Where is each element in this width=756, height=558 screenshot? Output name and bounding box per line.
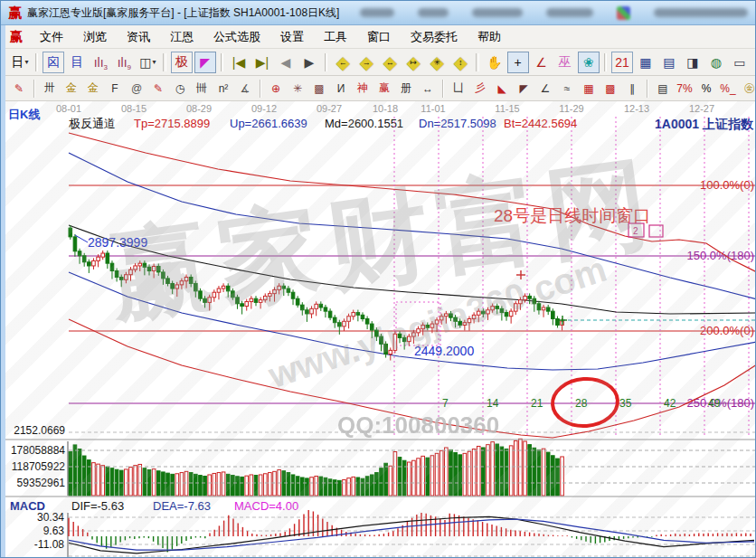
candle-style-icon[interactable]: ◫▾	[137, 52, 158, 73]
volume-bar	[454, 452, 458, 496]
draw-pen-icon[interactable]: ✎	[9, 79, 29, 98]
candle-body	[347, 317, 351, 322]
menu-item-0[interactable]: 文件	[30, 27, 73, 46]
candle-body	[426, 325, 430, 327]
ying-tool-icon[interactable]: 赢	[374, 79, 394, 98]
n-square-icon[interactable]: n²	[213, 79, 233, 98]
title-bar[interactable]: 赢 赢家江恩专业版[赢家服务平台] - [上证指数 SH1A0001-108日K…	[1, 1, 755, 25]
fan-box-icon[interactable]: ◣	[492, 79, 512, 98]
volume-profile-icon-glyph: ◤	[200, 55, 210, 70]
chart-area[interactable]: 日K线08-0108-1508-2909-1209-2710-1811-0111…	[1, 101, 755, 558]
smart-analysis-icon[interactable]: ❀	[578, 52, 600, 73]
menu-item-4[interactable]: 公式选股	[203, 27, 270, 46]
next-bar-icon-glyph: ▶	[305, 55, 315, 70]
menu-item-1[interactable]: 浏览	[73, 27, 117, 46]
kline-chart[interactable]: 日K线08-0108-1508-2909-1209-2710-1811-0111…	[1, 101, 756, 558]
menu-item-9[interactable]: 帮助	[468, 27, 511, 46]
stats-list-icon[interactable]: ▤	[653, 79, 673, 98]
grid-tool-icon-glyph: 卅	[44, 80, 55, 96]
save-icon[interactable]: ◨	[682, 52, 704, 73]
fan-lines-icon[interactable]: 彡	[470, 79, 490, 98]
web-export-icon[interactable]: ◍	[705, 52, 727, 73]
first-bar-icon[interactable]: |◀	[228, 52, 250, 73]
menu-item-6[interactable]: 工具	[314, 27, 357, 46]
parallel-lines-icon[interactable]: ∥	[622, 79, 642, 98]
last-bar-icon[interactable]: ▶|	[251, 52, 273, 73]
spider-web-icon[interactable]: ✳	[288, 79, 307, 98]
menu-item-2[interactable]: 资讯	[117, 27, 160, 46]
box-frame-icon[interactable]: 凵	[449, 79, 468, 98]
indicator-legend: Up=2661.6639	[230, 117, 307, 130]
volume-profile-icon[interactable]: ◤	[194, 52, 216, 73]
crosshair-tool-icon-glyph: +	[515, 55, 522, 70]
shift-right-icon[interactable]: ◆→	[355, 52, 377, 72]
candle-body	[393, 334, 397, 350]
volume-bar	[365, 477, 369, 496]
fit-vertical-icon[interactable]: ◆↕	[449, 52, 471, 72]
expand-bars-icon[interactable]: ◆↔	[379, 52, 401, 72]
width-measure-icon[interactable]: ↔	[418, 79, 438, 98]
percent-down-icon[interactable]: 7%	[675, 79, 695, 98]
prev-bar-icon[interactable]: ◀	[275, 52, 297, 73]
wave-count-icon[interactable]: И	[331, 79, 351, 98]
candle-body	[189, 277, 193, 283]
candle-body	[435, 320, 439, 324]
red-marker-icon[interactable]: ✎	[148, 79, 168, 98]
candle-body	[519, 300, 523, 304]
main-chart-icon[interactable]: 囟	[43, 52, 64, 73]
candle-body	[147, 267, 151, 270]
subscript: 3	[104, 63, 108, 71]
print-icon[interactable]: ▭	[729, 52, 751, 73]
period-day-selector[interactable]: 日▾	[9, 52, 31, 73]
web-box-icon[interactable]: ▩	[309, 79, 329, 98]
f-grid-icon[interactable]: F	[105, 79, 125, 98]
dense-grid-icon[interactable]: 卌	[192, 79, 212, 98]
crosshair-tool-icon[interactable]: +	[507, 52, 529, 73]
gold-grid2-icon[interactable]: 金	[83, 79, 103, 98]
calculator-icon[interactable]: ▦	[635, 52, 657, 73]
percent-line-icon[interactable]: %_	[718, 79, 738, 98]
toolbar-drawing: ✎卅金金F@✎◷卌n²∡⊕✳▩И神赢册↔凵彡◣◤∠≈▦▩∥▤7%%%_㊎金✐	[1, 76, 755, 101]
gate-grid-icon[interactable]: 册	[396, 79, 416, 98]
date-tick-label: 08-01	[56, 103, 81, 114]
grid-box-icon[interactable]: ▦	[579, 79, 599, 98]
menu-item-7[interactable]: 窗口	[357, 27, 401, 46]
gold-grid-icon[interactable]: 金	[61, 79, 81, 98]
shift-left-icon[interactable]: ◆←	[332, 52, 354, 72]
volume-bar	[393, 452, 397, 496]
spiral-icon[interactable]: @	[127, 79, 146, 98]
hand-tool-icon[interactable]: ✋	[484, 52, 506, 73]
fan-box-dark-icon[interactable]: ◤	[514, 79, 534, 98]
percent-icon[interactable]: %	[696, 79, 716, 98]
zoom-all-icon[interactable]: ◆✳	[426, 52, 448, 72]
target-circle-icon[interactable]: ⊕	[266, 79, 286, 98]
compress-bars-icon[interactable]: ◆↦	[402, 52, 424, 72]
grid-tool-icon[interactable]: 卅	[40, 79, 60, 98]
candle-body	[546, 307, 550, 311]
shen-tool-icon[interactable]: 神	[353, 79, 373, 98]
menu-item-8[interactable]: 交易委托	[401, 27, 468, 46]
menu-item-3[interactable]: 江恩	[160, 27, 203, 46]
time-circle-icon[interactable]: ◷	[170, 79, 190, 98]
angle-lines-icon[interactable]: ∠	[535, 79, 555, 98]
candle-body	[509, 311, 513, 317]
candle-body	[310, 308, 314, 314]
next-bar-icon[interactable]: ▶	[298, 52, 320, 73]
ma9-icon[interactable]: ılı9	[113, 52, 135, 73]
report-icon[interactable]: 目	[66, 52, 88, 73]
angle-measure-icon[interactable]: ∠	[531, 52, 553, 73]
volume-bar	[171, 474, 175, 496]
grid-box2-icon[interactable]: ▩	[600, 79, 620, 98]
channel-tool-icon[interactable]: 极	[171, 52, 193, 73]
volume-bar	[180, 473, 184, 496]
calendar-21-icon[interactable]: 21	[611, 52, 633, 73]
zigzag-icon[interactable]: ≈	[557, 79, 577, 98]
candle-body	[226, 286, 230, 291]
gold-circle-icon[interactable]: ㊎	[740, 79, 756, 98]
volume-bar	[143, 468, 146, 496]
notepad-icon[interactable]: ▤	[658, 52, 680, 73]
angle-a-icon[interactable]: ∡	[235, 79, 255, 98]
gann-wizard-icon[interactable]: 巫	[554, 52, 576, 73]
ma3-icon[interactable]: ılı3	[90, 52, 111, 73]
menu-item-5[interactable]: 设置	[270, 27, 314, 46]
